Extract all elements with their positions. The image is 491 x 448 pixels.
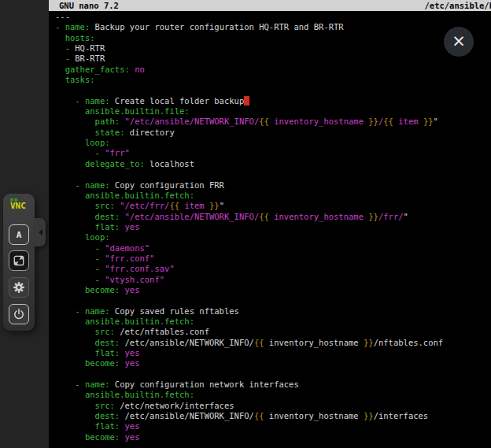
- code-segment: inventory_hostname: [269, 117, 368, 126]
- code-segment: /etc/ansible/NETWORK_INFO/: [120, 411, 254, 420]
- code-segment: name:: [85, 380, 110, 389]
- code-line: - name: Copy configuration network inter…: [55, 380, 443, 390]
- code-line: [55, 369, 443, 380]
- code-segment: hosts:: [55, 33, 95, 43]
- code-segment: become:: [55, 358, 120, 368]
- code-line: become: yes: [55, 432, 443, 442]
- code-segment: become:: [55, 285, 120, 294]
- code-segment: yes: [125, 222, 140, 231]
- code-line: [55, 295, 443, 305]
- code-segment: Copy configuration network interfaces: [110, 380, 299, 389]
- code-line: [55, 85, 443, 95]
- vnc-background: no VNC A: [0, 0, 49, 448]
- code-segment: dest:: [55, 338, 120, 347]
- settings-button[interactable]: [9, 277, 29, 298]
- terminal-window[interactable]: GNU nano 7.2 /etc/ansible/b ---- name: B…: [49, 0, 491, 448]
- code-segment: ansible.builtin.file:: [55, 106, 190, 116]
- code-segment: -: [55, 54, 75, 63]
- code-segment: Backup your router configuration HQ-RTR …: [90, 22, 343, 31]
- code-segment: directory: [125, 128, 175, 137]
- code-line: hosts:: [55, 33, 443, 43]
- code-line: tasks:: [55, 75, 443, 85]
- fullscreen-button[interactable]: [9, 250, 29, 271]
- code-segment: ": [404, 212, 408, 221]
- code-segment: /etc/ansible/NETWORK_INFO/: [120, 338, 254, 347]
- code-line: - name: Create local folder backup: [55, 96, 443, 106]
- code-segment: inventory_hostname: [264, 411, 364, 420]
- code-line: ansible.builtin.fetch:: [55, 317, 443, 327]
- code-segment: localhost: [145, 159, 194, 168]
- code-segment: {{: [259, 117, 269, 126]
- clipboard-button[interactable]: A: [9, 224, 29, 245]
- code-line: gather_facts: no: [55, 65, 443, 75]
- code-segment: yes: [125, 358, 140, 368]
- code-segment: -: [55, 254, 105, 263]
- code-segment: gather_facts:: [55, 65, 130, 74]
- code-line: dest: /etc/ansible/NETWORK_INFO/{{ inven…: [55, 411, 443, 421]
- novnc-logo: no VNC: [3, 197, 35, 209]
- close-button[interactable]: ×: [444, 27, 474, 57]
- code-line: - "frr": [55, 148, 443, 158]
- code-line: loop:: [55, 138, 443, 148]
- code-segment: Copy configuration FRR: [110, 180, 224, 190]
- code-segment: Copy saved rules nftables: [110, 306, 239, 316]
- code-segment: /nftables.conf: [374, 338, 444, 347]
- code-line: - "daemons": [55, 243, 443, 254]
- code-segment: flat:: [55, 421, 120, 431]
- code-segment: src:: [55, 327, 115, 336]
- code-segment: yes: [125, 285, 140, 294]
- code-segment: delegate_to:: [55, 159, 145, 168]
- code-segment: yes: [125, 432, 140, 442]
- code-segment: {{: [254, 411, 264, 420]
- code-segment: item: [393, 117, 423, 126]
- code-segment: -: [55, 275, 105, 284]
- code-segment: no: [135, 65, 145, 74]
- code-segment: ansible.builtin.fetch:: [55, 317, 194, 326]
- code-segment: yes: [125, 421, 140, 431]
- code-line: src: "/etc/frr/{{ item }}": [55, 201, 443, 211]
- control-bar-handle[interactable]: [35, 218, 46, 246]
- code-segment: {{: [254, 338, 264, 347]
- code-line: state: directory: [55, 128, 443, 138]
- gear-icon: [13, 281, 25, 294]
- code-line: become: yes: [55, 285, 443, 295]
- code-line: become: yes: [55, 358, 443, 368]
- code-line: - BR-RTR: [55, 54, 443, 64]
- code-segment: HQ-RTR: [75, 43, 105, 53]
- code-line: [55, 169, 443, 180]
- code-segment: -: [55, 96, 85, 106]
- fullscreen-icon: [13, 254, 25, 267]
- code-segment: -: [55, 43, 75, 53]
- code-segment: yes: [125, 348, 140, 357]
- code-segment: "frr.conf": [105, 254, 154, 263]
- code-line: delegate_to: localhost: [55, 159, 443, 169]
- code-line: - "frr.conf": [55, 254, 443, 264]
- code-segment: name:: [65, 22, 90, 31]
- code-segment: }}: [364, 338, 374, 347]
- code-line: dest: "/etc/ansible/NETWORK_INFO/{{ inve…: [55, 212, 443, 222]
- code-segment: {{: [169, 201, 179, 210]
- code-line: path: "/etc/ansible/NETWORK_INFO/{{ inve…: [55, 117, 443, 127]
- code-segment: loop:: [55, 138, 110, 147]
- code-line: loop:: [55, 232, 443, 243]
- code-line: - "frr.conf.sav": [55, 264, 443, 274]
- code-segment: {{: [259, 212, 269, 221]
- code-segment: /frr/: [378, 212, 404, 221]
- code-segment: state:: [55, 128, 125, 137]
- cursor: [244, 96, 249, 106]
- code-segment: "daemons": [105, 243, 150, 253]
- code-segment: ansible.builtin.fetch:: [55, 390, 194, 399]
- code-segment: "/etc/ansible/NETWORK_INFO/: [125, 117, 260, 126]
- code-line: flat: yes: [55, 421, 443, 431]
- code-segment: }}: [364, 411, 374, 420]
- code-segment: dest:: [55, 212, 120, 221]
- power-icon: [13, 308, 25, 320]
- code-segment: become:: [55, 432, 120, 442]
- code-segment: -: [55, 264, 105, 273]
- code-line: src: /etc/network/interfaces: [55, 401, 443, 411]
- code-segment: ": [220, 201, 224, 210]
- code-segment: "/etc/ansible/NETWORK_INFO/: [125, 212, 260, 221]
- editor-content[interactable]: ---- name: Backup your router configurat…: [55, 12, 443, 442]
- power-button[interactable]: [9, 304, 29, 324]
- code-line: flat: yes: [55, 222, 443, 232]
